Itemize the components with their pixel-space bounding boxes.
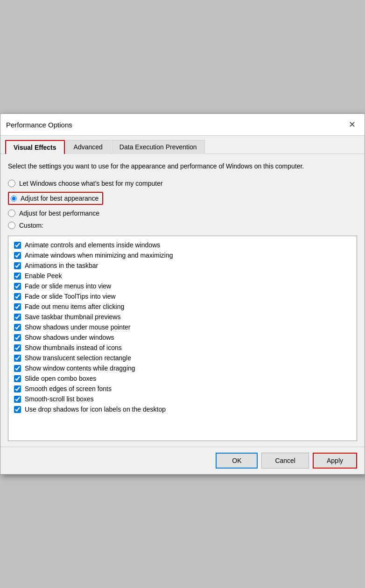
radio-input-best-performance[interactable] [8,210,15,217]
checkbox-label-animate-controls: Animate controls and elements inside win… [25,241,160,249]
tab-dep[interactable]: Data Execution Prevention [112,140,205,154]
checkbox-label-save-taskbar-thumbnails: Save taskbar thumbnail previews [25,313,120,321]
checkbox-label-slide-combo-boxes: Slide open combo boxes [25,375,96,382]
checkbox-item-enable-peek[interactable]: Enable Peek [12,271,353,281]
checkbox-label-drop-shadows: Use drop shadows for icon labels on the … [25,406,166,413]
radio-input-best-appearance[interactable] [11,196,17,202]
ok-button[interactable]: OK [216,453,258,469]
checkbox-item-animate-controls[interactable]: Animate controls and elements inside win… [12,240,353,250]
checkbox-input-fade-slide-tooltips[interactable] [14,293,21,300]
checkbox-item-show-window-contents[interactable]: Show window contents while dragging [12,363,353,373]
checkbox-item-show-shadows-mouse[interactable]: Show shadows under mouse pointer [12,322,353,332]
checkbox-label-fade-menu-items: Fade out menu items after clicking [25,303,124,310]
checkbox-label-show-shadows-windows: Show shadows under windows [25,334,114,341]
checkbox-input-show-thumbnails[interactable] [14,344,21,351]
tabs-container: Visual Effects Advanced Data Execution P… [0,136,365,154]
apply-button[interactable]: Apply [313,453,357,469]
checkbox-item-show-thumbnails[interactable]: Show thumbnails instead of icons [12,343,353,353]
radio-best-appearance[interactable]: Adjust for best appearance [8,192,103,205]
checkbox-label-animations-taskbar: Animations in the taskbar [25,262,98,269]
radio-input-let-windows[interactable] [8,180,15,187]
checkbox-item-smooth-edges[interactable]: Smooth edges of screen fonts [12,384,353,394]
main-content: Select the settings you want to use for … [0,154,365,447]
radio-input-custom[interactable] [8,222,15,229]
checkbox-input-show-shadows-mouse[interactable] [14,324,21,331]
checkbox-item-show-translucent[interactable]: Show translucent selection rectangle [12,353,353,363]
radio-custom[interactable]: Custom: [8,222,357,229]
radio-let-windows[interactable]: Let Windows choose what's best for my co… [8,180,357,187]
checkbox-input-animate-windows[interactable] [14,252,21,259]
radio-best-performance[interactable]: Adjust for best performance [8,210,357,217]
checkbox-input-save-taskbar-thumbnails[interactable] [14,314,21,321]
performance-options-dialog: Performance Options ✕ Visual Effects Adv… [0,113,365,475]
checkbox-item-slide-combo-boxes[interactable]: Slide open combo boxes [12,373,353,384]
checkbox-input-show-shadows-windows[interactable] [14,334,21,341]
radio-label-custom: Custom: [19,222,43,229]
title-bar: Performance Options ✕ [0,114,365,136]
checkbox-label-fade-slide-tooltips: Fade or slide ToolTips into view [25,293,116,300]
checkbox-item-show-shadows-windows[interactable]: Show shadows under windows [12,332,353,343]
checkbox-label-animate-windows: Animate windows when minimizing and maxi… [25,252,173,259]
dialog-title: Performance Options [6,121,72,129]
checkbox-input-animations-taskbar[interactable] [14,262,21,269]
checkbox-label-show-shadows-mouse: Show shadows under mouse pointer [25,323,130,331]
footer: OK Cancel Apply [0,447,365,474]
checkbox-item-fade-slide-tooltips[interactable]: Fade or slide ToolTips into view [12,291,353,301]
checkbox-label-smooth-scroll: Smooth-scroll list boxes [25,395,94,403]
checkbox-input-fade-slide-menus[interactable] [14,283,21,290]
checkbox-label-fade-slide-menus: Fade or slide menus into view [25,282,111,290]
checkbox-label-show-translucent: Show translucent selection rectangle [25,354,131,362]
checkbox-label-show-thumbnails: Show thumbnails instead of icons [25,344,122,351]
cancel-button[interactable]: Cancel [261,453,309,469]
checkbox-item-save-taskbar-thumbnails[interactable]: Save taskbar thumbnail previews [12,312,353,322]
tab-advanced[interactable]: Advanced [66,140,111,154]
checkbox-item-animations-taskbar[interactable]: Animations in the taskbar [12,260,353,271]
checkbox-item-fade-menu-items[interactable]: Fade out menu items after clicking [12,301,353,312]
checkbox-input-fade-menu-items[interactable] [14,303,21,310]
close-button[interactable]: ✕ [345,118,359,132]
checkbox-list-container: Animate controls and elements inside win… [8,236,357,441]
tab-visual-effects[interactable]: Visual Effects [5,140,65,154]
checkbox-input-slide-combo-boxes[interactable] [14,375,21,382]
radio-label-best-appearance: Adjust for best appearance [21,195,98,202]
checkbox-input-drop-shadows[interactable] [14,406,21,413]
checkbox-input-show-translucent[interactable] [14,355,21,362]
radio-label-best-performance: Adjust for best performance [19,210,99,217]
checkbox-item-smooth-scroll[interactable]: Smooth-scroll list boxes [12,394,353,404]
radio-group: Let Windows choose what's best for my co… [8,180,357,229]
checkbox-label-enable-peek: Enable Peek [25,272,62,280]
checkbox-input-smooth-edges[interactable] [14,385,21,392]
description-text: Select the settings you want to use for … [8,161,357,171]
checkbox-item-fade-slide-menus[interactable]: Fade or slide menus into view [12,281,353,291]
checkbox-label-smooth-edges: Smooth edges of screen fonts [25,385,112,392]
checkbox-label-show-window-contents: Show window contents while dragging [25,364,135,372]
checkbox-item-drop-shadows[interactable]: Use drop shadows for icon labels on the … [12,404,353,414]
checkbox-input-animate-controls[interactable] [14,242,21,249]
checkbox-input-show-window-contents[interactable] [14,365,21,372]
checkbox-item-animate-windows[interactable]: Animate windows when minimizing and maxi… [12,250,353,260]
checkbox-input-smooth-scroll[interactable] [14,396,21,403]
checkbox-input-enable-peek[interactable] [14,273,21,280]
radio-label-let-windows: Let Windows choose what's best for my co… [19,180,163,187]
